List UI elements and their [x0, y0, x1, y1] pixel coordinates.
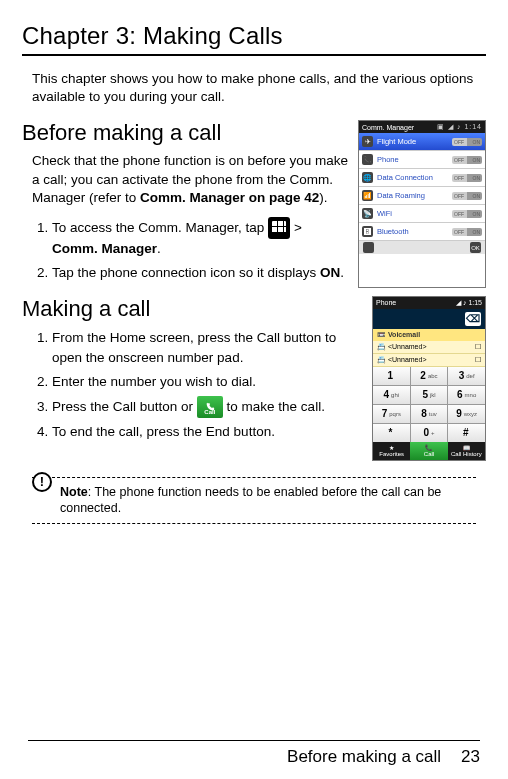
backspace-icon: ⌫ — [465, 312, 481, 326]
alert-icon: ! — [32, 472, 52, 492]
comm-row: 📡 WiFi OFFON — [359, 205, 485, 223]
comm-row: 📞 Phone OFFON — [359, 151, 485, 169]
ok-key-icon: OK — [470, 242, 481, 253]
toggle-switch: OFFON — [452, 192, 482, 200]
dial-key: 0+ — [411, 424, 448, 442]
call-button-icon: Call — [197, 396, 223, 418]
start-menu-icon — [268, 217, 290, 239]
dial-key: 3def — [448, 367, 485, 385]
sec2-step-1: From the Home screen, press the Call but… — [52, 328, 362, 369]
sec2-step-4: To end the call, press the End button. — [52, 422, 362, 442]
call-tab: 📞Call — [410, 442, 447, 460]
comm-row: 🌐 Data Connection OFFON — [359, 169, 485, 187]
comm-row: 📶 Data Roaming OFFON — [359, 187, 485, 205]
toggle-switch: OFFON — [452, 228, 482, 236]
chapter-title: Chapter 3: Making Calls — [22, 22, 486, 56]
dial-key: 6mno — [448, 386, 485, 404]
row-icon: ✈ — [362, 136, 373, 147]
phone-dialer-screenshot: Phone ◢ ♪ 1:15 ⌫ 📼 Voicemail 📇 <Unnamed>… — [372, 296, 486, 461]
dial-key: 2abc — [411, 367, 448, 385]
section-making-heading: Making a call — [22, 296, 362, 322]
row-icon: 🌐 — [362, 172, 373, 183]
section-before-paragraph: Check that the phone function is on befo… — [32, 152, 348, 207]
toggle-switch: OFFON — [452, 156, 482, 164]
section-before-heading: Before making a call — [22, 120, 348, 146]
dial-key: 7pqrs — [373, 405, 410, 423]
dial-key: 1 — [373, 367, 410, 385]
sec1-step-1: To access the Comm. Manager, tap > Comm.… — [52, 217, 348, 259]
sec2-step-2: Enter the number you wish to dial. — [52, 372, 362, 392]
toggle-switch: OFFON — [452, 138, 482, 146]
favorites-tab: ★Favorites — [373, 442, 410, 460]
dial-key: 8tuv — [411, 405, 448, 423]
comm-manager-screenshot: Comm. Manager ▣ ◢ ♪ 1:14 ✈ Flight Mode O… — [358, 120, 486, 287]
sec1-step-2: Tap the phone connection icon so it disp… — [52, 263, 348, 283]
chapter-intro: This chapter shows you how to make phone… — [32, 70, 486, 106]
dial-key: 5jkl — [411, 386, 448, 404]
history-tab: 📖Call History — [448, 442, 485, 460]
toggle-switch: OFFON — [452, 174, 482, 182]
dial-key: 9wxyz — [448, 405, 485, 423]
page-footer: Before making a call 23 — [28, 740, 480, 767]
row-icon: 📶 — [362, 190, 373, 201]
row-icon: 📞 — [362, 154, 373, 165]
footer-page-number: 23 — [461, 747, 480, 767]
row-icon: 📡 — [362, 208, 373, 219]
footer-section-label: Before making a call — [287, 747, 441, 767]
dial-key: 4ghi — [373, 386, 410, 404]
toggle-switch: OFFON — [452, 210, 482, 218]
comm-row: ✈ Flight Mode OFFON — [359, 133, 485, 151]
sec2-step-3: Press the Call button or Call to make th… — [52, 396, 362, 418]
note-box: ! Note: The phone function needs to be e… — [32, 477, 476, 525]
row-icon: 🅱 — [362, 226, 373, 237]
start-key-icon — [363, 242, 374, 253]
dial-key: # — [448, 424, 485, 442]
comm-row: 🅱 Bluetooth OFFON — [359, 223, 485, 241]
dial-key: * — [373, 424, 410, 442]
